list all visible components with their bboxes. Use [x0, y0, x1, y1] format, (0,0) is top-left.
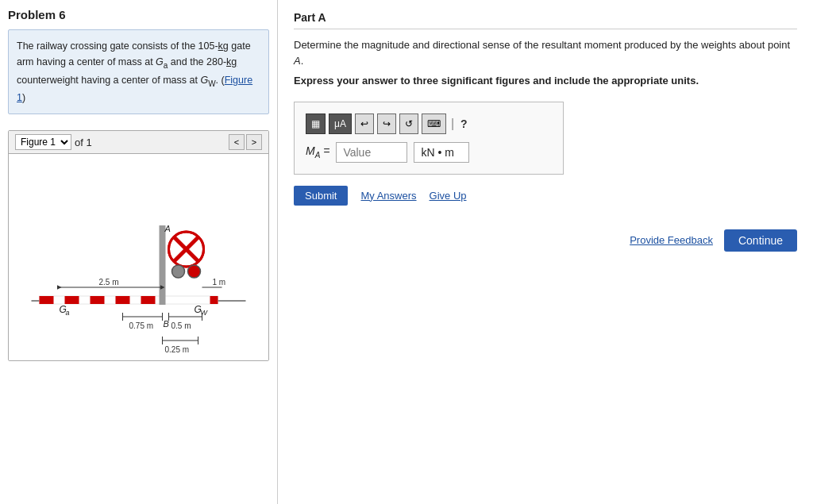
- refresh-icon: ↺: [405, 118, 413, 129]
- answer-row: MA = kN • m: [306, 142, 552, 163]
- bottom-actions: Provide Feedback Continue: [294, 229, 797, 252]
- help-button[interactable]: ?: [460, 117, 468, 130]
- svg-rect-6: [141, 296, 156, 304]
- answer-box: ▦ μA ↩ ↪ ↺ ⌨ | ?: [294, 102, 564, 175]
- provide-feedback-link[interactable]: Provide Feedback: [630, 234, 713, 246]
- ma-label: MA =: [306, 144, 329, 160]
- figure-canvas: G a G W 2.5 m A 0.75 m: [9, 154, 268, 360]
- problem-title: Problem 6: [8, 8, 269, 21]
- svg-rect-8: [210, 296, 218, 304]
- my-answers-link[interactable]: My Answers: [360, 190, 416, 202]
- figure-link[interactable]: Figure 1: [17, 75, 252, 104]
- mu-button[interactable]: μA: [329, 113, 352, 134]
- figure-prev-button[interactable]: <: [229, 134, 245, 150]
- svg-text:A: A: [164, 224, 171, 233]
- svg-text:0.5 m: 0.5 m: [171, 321, 191, 330]
- figure-of-label: of 1: [75, 137, 92, 148]
- problem-description: The railway crossing gate consists of th…: [8, 29, 269, 114]
- svg-text:2.5 m: 2.5 m: [99, 278, 119, 287]
- figure-select[interactable]: Figure 1: [15, 134, 71, 150]
- description-text: The railway crossing gate consists of th…: [17, 40, 252, 103]
- instructions: Determine the magnitude and directional …: [294, 37, 797, 68]
- svg-text:0.75 m: 0.75 m: [129, 321, 154, 330]
- keyboard-button[interactable]: ⌨: [422, 113, 446, 134]
- svg-rect-2: [40, 296, 54, 304]
- svg-point-15: [188, 265, 201, 278]
- svg-rect-3: [65, 296, 79, 304]
- figure-panel: Figure 1 of 1 < >: [8, 130, 269, 361]
- svg-rect-7: [163, 296, 218, 304]
- svg-text:1 m: 1 m: [213, 278, 226, 287]
- continue-button[interactable]: Continue: [724, 229, 797, 252]
- action-row: Submit My Answers Give Up: [294, 186, 797, 206]
- svg-text:B: B: [164, 319, 169, 329]
- figure-header: Figure 1 of 1 < >: [9, 131, 268, 154]
- toolbar: ▦ μA ↩ ↪ ↺ ⌨ | ?: [306, 113, 552, 134]
- part-title: Part A: [294, 11, 797, 29]
- right-panel: Part A Determine the magnitude and direc…: [278, 0, 813, 504]
- redo-icon: ↪: [383, 118, 391, 129]
- bold-instructions: Express your answer to three significant…: [294, 73, 797, 89]
- instructions-text1: Determine the magnitude and directional …: [294, 39, 790, 67]
- matrix-button[interactable]: ▦: [306, 113, 326, 134]
- figure-next-button[interactable]: >: [246, 134, 262, 150]
- underline-kg1: kg: [218, 40, 229, 52]
- figure-header-left: Figure 1 of 1: [15, 134, 92, 150]
- give-up-link[interactable]: Give Up: [430, 190, 467, 202]
- svg-rect-4: [91, 296, 105, 304]
- svg-point-14: [172, 265, 185, 278]
- undo-button[interactable]: ↩: [355, 113, 374, 134]
- bold-instructions-text: Express your answer to three significant…: [294, 75, 699, 87]
- matrix-icon: ▦: [311, 118, 320, 129]
- value-input[interactable]: [336, 142, 407, 163]
- underline-kg2: kg: [226, 56, 237, 67]
- svg-text:a: a: [66, 309, 70, 317]
- toolbar-separator: |: [451, 117, 454, 131]
- keyboard-icon: ⌨: [427, 118, 441, 129]
- submit-button[interactable]: Submit: [294, 186, 348, 206]
- unit-box: kN • m: [414, 142, 469, 163]
- svg-rect-9: [160, 225, 166, 305]
- mu-label: μA: [334, 118, 346, 129]
- redo-button[interactable]: ↪: [377, 113, 396, 134]
- svg-text:0.25 m: 0.25 m: [165, 345, 190, 354]
- figure-nav: < >: [229, 134, 262, 150]
- refresh-button[interactable]: ↺: [399, 113, 418, 134]
- undo-icon: ↩: [360, 118, 368, 129]
- svg-rect-5: [116, 296, 130, 304]
